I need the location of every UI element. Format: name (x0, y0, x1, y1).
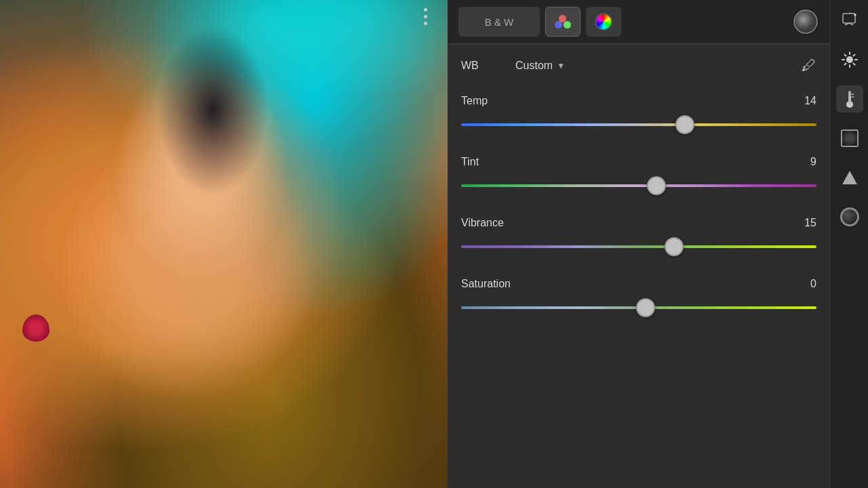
menu-dot (424, 8, 427, 12)
vignette-button[interactable] (836, 125, 863, 152)
saturation-slider-row: Saturation 0 (448, 271, 830, 332)
temp-slider-header: Temp 14 (461, 95, 816, 107)
white-balance-button[interactable] (836, 85, 863, 113)
temp-value: 14 (804, 95, 816, 107)
saturation-slider-track (461, 306, 816, 309)
mix-circle-blue (555, 21, 562, 28)
top-toolbar: B & W (448, 0, 830, 44)
vibrance-slider-track (461, 245, 816, 248)
photo-background (0, 0, 448, 488)
lens-distortion-button[interactable] (836, 203, 863, 230)
controls-area: B & W WB (448, 0, 830, 488)
svg-rect-0 (843, 14, 855, 23)
svg-line-9 (844, 64, 846, 65)
mix-circle-green (564, 21, 571, 28)
ai-enhance-icon (841, 12, 859, 29)
tint-slider-row: Tint 9 (448, 149, 830, 210)
tint-slider-thumb[interactable] (647, 176, 666, 195)
eyedropper-icon: 🖊 (802, 57, 816, 74)
color-button[interactable] (586, 7, 621, 37)
grain-icon (793, 9, 818, 34)
hair-overlay (157, 24, 269, 195)
right-sidebar (830, 0, 868, 488)
bw-label: B & W (485, 16, 514, 28)
svg-point-1 (846, 56, 853, 63)
saturation-label: Saturation (461, 278, 511, 290)
svg-line-8 (853, 55, 854, 56)
svg-line-6 (844, 55, 846, 56)
sun-icon (841, 51, 859, 68)
wb-row: WB Custom ▼ 🖊 (461, 57, 816, 75)
saturation-slider-header: Saturation 0 (461, 278, 816, 290)
chevron-down-icon: ▼ (557, 61, 565, 70)
ai-enhance-button[interactable] (836, 7, 863, 34)
vibrance-slider-track-wrapper[interactable] (461, 237, 816, 256)
svg-rect-12 (848, 96, 850, 104)
grain-icon-wrapper[interactable] (792, 8, 819, 35)
mix-icon (553, 12, 572, 31)
vignette-icon (841, 129, 859, 147)
eyedropper-button[interactable]: 🖊 (802, 57, 816, 75)
sliders-container: Temp 14 Tint 9 (448, 88, 830, 332)
bw-button[interactable]: B & W (458, 7, 540, 37)
exposure-button[interactable] (836, 46, 863, 73)
vibrance-slider-header: Vibrance 15 (461, 217, 816, 229)
rose-overlay (22, 314, 50, 342)
photo-panel (0, 0, 448, 488)
triangle-icon (842, 171, 857, 184)
menu-dot (424, 15, 427, 18)
tone-curve-button[interactable] (836, 164, 863, 191)
vibrance-slider-row: Vibrance 15 (448, 210, 830, 271)
temp-slider-row: Temp 14 (448, 88, 830, 149)
wb-preset-value: Custom (515, 60, 553, 72)
temp-slider-track-wrapper[interactable] (461, 115, 816, 134)
three-dot-menu[interactable] (424, 8, 427, 25)
vibrance-label: Vibrance (461, 217, 504, 229)
wb-section: WB Custom ▼ 🖊 (448, 45, 830, 88)
saturation-value: 0 (810, 278, 816, 290)
color-wheel-icon (595, 13, 612, 30)
wb-label: WB (461, 60, 502, 72)
saturation-slider-thumb[interactable] (636, 298, 655, 317)
lens-distortion-icon (840, 207, 859, 226)
mix-button[interactable] (545, 7, 580, 37)
thermometer-icon (842, 89, 857, 108)
vibrance-slider-thumb[interactable] (665, 237, 684, 256)
menu-dot (424, 22, 427, 25)
wb-preset-dropdown[interactable]: Custom ▼ (515, 60, 565, 72)
vibrance-value: 15 (804, 217, 816, 229)
tint-slider-track (461, 184, 816, 187)
temp-label: Temp (461, 95, 488, 107)
temp-slider-track (461, 123, 816, 126)
tint-value: 9 (810, 156, 816, 168)
temp-slider-thumb[interactable] (675, 115, 694, 134)
mix-circles (555, 15, 571, 28)
tint-slider-header: Tint 9 (461, 156, 816, 168)
tint-slider-track-wrapper[interactable] (461, 176, 816, 195)
right-panel: B & W WB (448, 0, 868, 488)
tint-label: Tint (461, 156, 479, 168)
saturation-slider-track-wrapper[interactable] (461, 298, 816, 317)
svg-line-7 (853, 64, 854, 65)
